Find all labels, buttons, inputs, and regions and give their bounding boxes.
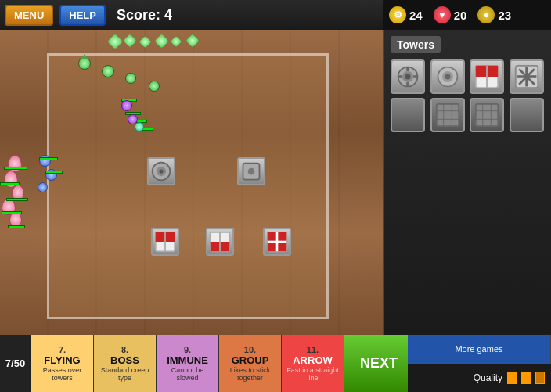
wave-card-7[interactable]: 7. FLYING Passes over towers — [31, 335, 94, 392]
quality-block-1[interactable] — [507, 372, 517, 384]
wave-9-desc: Cannot be slowed — [160, 366, 215, 382]
quality-block-2[interactable] — [521, 372, 531, 384]
tower-slot-1[interactable] — [391, 59, 425, 94]
wave-counter: 7/50 — [0, 335, 31, 392]
heart-icon: ♥ — [434, 6, 451, 23]
help-button[interactable]: HELP — [59, 5, 106, 26]
health-bar-4 — [2, 211, 22, 214]
bottom-right: More games Quality — [408, 335, 551, 392]
health-bar-1 — [4, 167, 27, 170]
health-bar-5 — [8, 225, 25, 228]
play-area — [47, 53, 329, 319]
gold-resource: ⚙ 24 — [389, 6, 423, 23]
wave-8-title: BOSS — [110, 354, 139, 366]
heart-value: 20 — [454, 9, 467, 22]
wave-card-10[interactable]: 10. GROUP Likes to stick together — [219, 335, 282, 392]
wave-11-desc: Fast in a straight line — [285, 366, 340, 382]
tower-slot-5[interactable] — [391, 98, 425, 132]
bottom-bar: 7/50 7. FLYING Passes over towers 8. BOS… — [0, 335, 551, 392]
tower-slot-6[interactable] — [430, 98, 465, 132]
wave-card-9[interactable]: 9. IMMUNE Cannot be slowed — [157, 335, 219, 392]
wave-10-title: GROUP — [232, 354, 269, 366]
wave-11-num: 11. — [307, 345, 319, 354]
tower-slot-7[interactable] — [470, 98, 504, 132]
coin-icon: ● — [477, 6, 495, 23]
more-games-button[interactable]: More games — [408, 335, 551, 364]
game-board[interactable] — [0, 30, 383, 335]
svg-point-4 — [248, 168, 255, 175]
wave-10-desc: Likes to stick together — [222, 366, 278, 382]
menu-button[interactable]: MENU — [5, 5, 53, 26]
board-tower-1[interactable] — [147, 157, 175, 185]
wave-card-8[interactable]: 8. BOSS Standard creep type — [94, 335, 157, 392]
towers-label: Towers — [391, 36, 441, 53]
heart-resource: ♥ 20 — [434, 6, 467, 23]
quality-block-3[interactable] — [535, 372, 545, 384]
board-tower-3[interactable] — [151, 228, 179, 256]
next-button[interactable]: NEXT — [344, 335, 408, 392]
svg-rect-21 — [398, 75, 402, 78]
tower-slot-3[interactable] — [470, 59, 504, 94]
tower-slot-4[interactable] — [510, 59, 544, 94]
game-container: MENU HELP Score: 4 ⚙ 24 ♥ 20 ● 23 — [0, 0, 551, 392]
svg-point-25 — [445, 74, 450, 79]
wave-7-num: 7. — [59, 345, 66, 354]
board-tower-5[interactable] — [263, 228, 291, 256]
wave-8-num: 8. — [121, 345, 128, 354]
creep-green-4 — [149, 81, 160, 92]
wave-8-desc: Standard creep type — [97, 366, 153, 382]
svg-rect-19 — [406, 67, 409, 71]
health-bar-7 — [45, 171, 63, 174]
right-sidebar: Towers — [383, 30, 551, 335]
quality-section: Quality — [408, 364, 551, 393]
svg-rect-20 — [406, 82, 409, 86]
gold-icon: ⚙ — [389, 6, 406, 23]
creep-green-3 — [125, 73, 136, 84]
tower-slot-2[interactable] — [430, 59, 465, 94]
tower-grid — [391, 59, 545, 132]
creep-purple-1 — [121, 100, 132, 111]
wave-7-desc: Passes over towers — [34, 366, 90, 382]
creep-green-2 — [102, 65, 114, 77]
health-bar-2 — [0, 182, 20, 185]
creep-teal-1 — [135, 122, 144, 131]
health-bar-3 — [6, 198, 28, 201]
svg-rect-39 — [476, 104, 498, 126]
quality-label: Quality — [474, 372, 502, 383]
svg-rect-22 — [413, 75, 417, 78]
wave-9-title: IMMUNE — [167, 354, 208, 366]
svg-rect-34 — [436, 104, 458, 126]
wave-7-title: FLYING — [44, 354, 80, 366]
resources-panel: ⚙ 24 ♥ 20 ● 23 — [383, 0, 551, 30]
wave-10-num: 10. — [244, 345, 256, 354]
health-bar-6 — [39, 157, 58, 160]
board-tower-4[interactable] — [206, 228, 234, 256]
creep-green-1 — [78, 57, 91, 70]
coin-value: 23 — [498, 9, 511, 22]
gold-value: 24 — [409, 9, 423, 22]
wave-card-11[interactable]: 11. ARROW Fast in a straight line — [282, 335, 344, 392]
svg-point-18 — [405, 74, 410, 79]
wave-9-num: 9. — [184, 345, 191, 354]
coin-resource: ● 23 — [477, 6, 511, 23]
board-tower-2[interactable] — [237, 157, 265, 185]
svg-point-2 — [159, 169, 163, 173]
tower-slot-8[interactable] — [510, 98, 544, 132]
score-display: Score: 4 — [117, 7, 172, 23]
wave-11-title: ARROW — [293, 354, 333, 366]
